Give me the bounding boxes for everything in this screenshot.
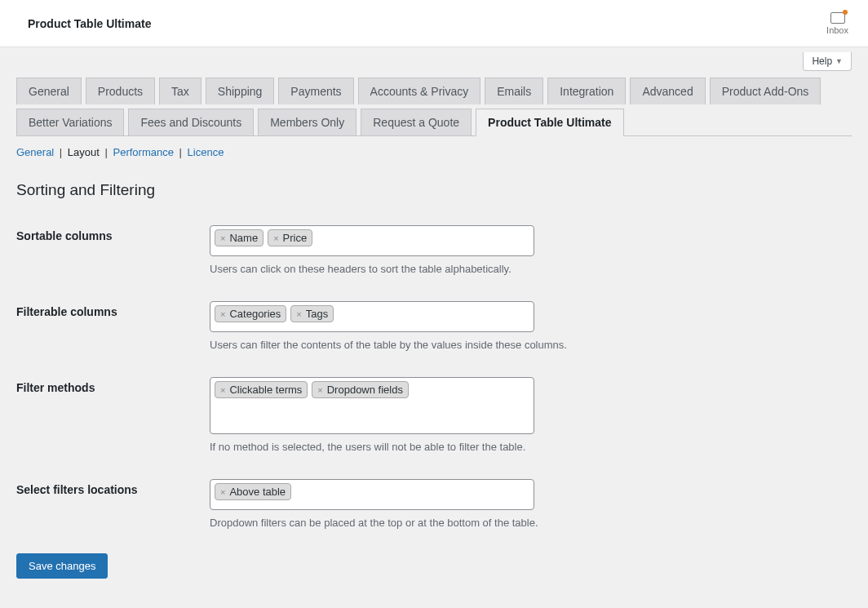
filter-methods-input[interactable]: ×Clickable terms×Dropdown fields xyxy=(210,377,534,434)
tab-members-only[interactable]: Members Only xyxy=(258,109,356,135)
tab-product-add-ons[interactable]: Product Add-Ons xyxy=(710,78,822,104)
tag-above-table: ×Above table xyxy=(215,483,291,500)
tag-label: Clickable terms xyxy=(229,384,302,396)
nav-tabs-container: GeneralProductsTaxShippingPaymentsAccoun… xyxy=(16,78,852,136)
tag-label: Dropdown fields xyxy=(327,384,403,396)
row-filter-locations: Select filters locations ×Above table Dr… xyxy=(16,466,852,542)
tag-name: ×Name xyxy=(215,229,264,246)
description-locations: Dropdown filters can be placed at the to… xyxy=(210,517,538,529)
tag-price: ×Price xyxy=(268,229,312,246)
tab-tax[interactable]: Tax xyxy=(159,78,202,104)
inbox-icon xyxy=(830,12,845,24)
label-sortable-columns: Sortable columns xyxy=(16,225,210,242)
row-sortable-columns: Sortable columns ×Name×Price Users can c… xyxy=(16,212,852,288)
tag-label: Price xyxy=(283,232,308,244)
field-filter-locations: ×Above table Dropdown filters can be pla… xyxy=(210,479,538,529)
label-filter-methods: Filter methods xyxy=(16,377,210,394)
sub-navigation: General | Layout | Performance | Licence xyxy=(16,136,852,158)
separator: | xyxy=(54,146,68,158)
remove-icon[interactable]: × xyxy=(219,233,227,243)
content-area: GeneralProductsTaxShippingPaymentsAccoun… xyxy=(0,78,868,595)
help-button[interactable]: Help ▼ xyxy=(803,52,852,71)
inbox-button[interactable]: Inbox xyxy=(826,12,848,35)
tab-product-table-ultimate[interactable]: Product Table Ultimate xyxy=(476,109,623,136)
row-filter-methods: Filter methods ×Clickable terms×Dropdown… xyxy=(16,364,852,466)
filter-locations-input[interactable]: ×Above table xyxy=(210,479,534,510)
tab-accounts-privacy[interactable]: Accounts & Privacy xyxy=(358,78,481,104)
nav-tabs: GeneralProductsTaxShippingPaymentsAccoun… xyxy=(16,78,852,135)
tab-integration[interactable]: Integration xyxy=(547,78,626,104)
chevron-down-icon: ▼ xyxy=(835,57,843,65)
description-filterable: Users can filter the contents of the tab… xyxy=(210,339,567,351)
tag-label: Tags xyxy=(306,308,328,320)
field-filter-methods: ×Clickable terms×Dropdown fields If no m… xyxy=(210,377,534,453)
subnav-general[interactable]: General xyxy=(16,146,54,158)
tab-request-a-quote[interactable]: Request a Quote xyxy=(361,109,472,135)
remove-icon[interactable]: × xyxy=(219,309,227,319)
field-filterable-columns: ×Categories×Tags Users can filter the co… xyxy=(210,301,567,351)
tag-label: Name xyxy=(229,232,258,244)
subnav-performance[interactable]: Performance xyxy=(113,146,174,158)
remove-icon[interactable]: × xyxy=(316,385,324,395)
page-title: Product Table Ultimate xyxy=(28,17,151,30)
filterable-columns-input[interactable]: ×Categories×Tags xyxy=(210,301,534,332)
tab-payments[interactable]: Payments xyxy=(278,78,353,104)
help-row: Help ▼ xyxy=(0,47,868,71)
inbox-label: Inbox xyxy=(826,25,848,35)
tab-emails[interactable]: Emails xyxy=(485,78,543,104)
field-sortable-columns: ×Name×Price Users can click on these hea… xyxy=(210,225,534,275)
tab-fees-and-discounts[interactable]: Fees and Discounts xyxy=(128,109,254,135)
description-methods: If no method is selected, the users will… xyxy=(210,441,534,453)
tab-products[interactable]: Products xyxy=(86,78,155,104)
tab-advanced[interactable]: Advanced xyxy=(630,78,705,104)
tab-general[interactable]: General xyxy=(16,78,82,104)
subnav-licence[interactable]: Licence xyxy=(188,146,224,158)
section-title: Sorting and Filtering xyxy=(16,181,852,199)
form-table: Sortable columns ×Name×Price Users can c… xyxy=(16,212,852,542)
save-button[interactable]: Save changes xyxy=(16,553,108,579)
tag-dropdown-fields: ×Dropdown fields xyxy=(312,381,409,398)
label-filterable-columns: Filterable columns xyxy=(16,301,210,318)
tag-clickable-terms: ×Clickable terms xyxy=(215,381,308,398)
tag-categories: ×Categories xyxy=(215,305,286,322)
remove-icon[interactable]: × xyxy=(294,309,303,319)
separator: | xyxy=(100,146,113,158)
tab-better-variations[interactable]: Better Variations xyxy=(16,109,124,135)
label-filter-locations: Select filters locations xyxy=(16,479,210,496)
tag-label: Above table xyxy=(229,486,286,498)
header-bar: Product Table Ultimate Inbox xyxy=(0,0,868,47)
help-label: Help xyxy=(812,55,832,67)
subnav-layout[interactable]: Layout xyxy=(68,146,100,158)
tab-shipping[interactable]: Shipping xyxy=(206,78,275,104)
sortable-columns-input[interactable]: ×Name×Price xyxy=(210,225,534,256)
tag-tags: ×Tags xyxy=(290,305,334,322)
tag-label: Categories xyxy=(229,308,281,320)
row-filterable-columns: Filterable columns ×Categories×Tags User… xyxy=(16,288,852,364)
remove-icon[interactable]: × xyxy=(219,487,227,497)
remove-icon[interactable]: × xyxy=(272,233,280,243)
description-sortable: Users can click on these headers to sort… xyxy=(210,263,534,275)
separator: | xyxy=(174,146,188,158)
remove-icon[interactable]: × xyxy=(219,385,227,395)
